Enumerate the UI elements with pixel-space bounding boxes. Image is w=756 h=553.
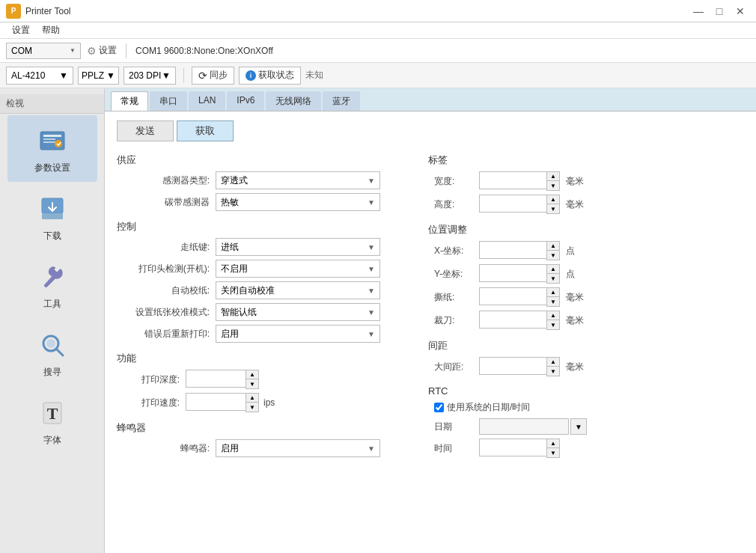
cutter-up[interactable]: ▲ (547, 311, 559, 320)
left-column: 供应 感测器类型: 穿透式 ▼ 碳带感测器 (117, 153, 416, 467)
sidebar-item-search[interactable]: 搜寻 (7, 320, 97, 386)
buzzer-arrow: ▼ (368, 444, 375, 453)
paper-feed-label: 走纸键: (126, 241, 216, 254)
settings-button[interactable]: ⚙ 设置 (87, 44, 117, 57)
toolbar2: AL-4210 ▼ PPLZ ▼ 203 DPI ▼ ⟳ 同步 i 获取状态 未… (0, 63, 756, 88)
cutter-spinner[interactable]: 0.0 ▲ ▼ (479, 311, 560, 330)
print-depth-spinner[interactable]: 15 ▲ ▼ (186, 370, 259, 389)
time-input[interactable]: 11:02 (479, 439, 546, 456)
lh-up[interactable]: ▲ (547, 195, 559, 204)
date-field: 2020/05/04 ▼ (479, 418, 744, 435)
max-gap-spinner[interactable]: 0.0 ▲ ▼ (479, 357, 560, 376)
tab-lan[interactable]: LAN (189, 91, 225, 111)
tear-down[interactable]: ▼ (547, 297, 559, 306)
label-width-row: 宽度: 101.6 ▲ ▼ 毫米 (428, 171, 744, 191)
tear-input[interactable]: 0.0 (479, 287, 546, 305)
time-up[interactable]: ▲ (547, 439, 559, 448)
print-depth-input[interactable]: 15 (186, 370, 246, 388)
menu-help[interactable]: 帮助 (36, 22, 66, 38)
lh-down[interactable]: ▼ (547, 204, 559, 213)
tear-spinner[interactable]: 0.0 ▲ ▼ (479, 287, 560, 307)
y-coord-spinner[interactable]: 0 ▲ ▼ (479, 264, 560, 284)
print-speed-input[interactable]: 6 (186, 393, 246, 411)
print-depth-up[interactable]: ▲ (246, 370, 258, 379)
time-spinner[interactable]: 11:02 ▲ ▼ (479, 439, 560, 458)
maximize-button[interactable]: □ (710, 4, 729, 19)
sidebar-header: 检视 (0, 94, 104, 114)
mg-up[interactable]: ▲ (547, 358, 559, 367)
date-calendar-button[interactable]: ▼ (570, 418, 587, 435)
tab-bt[interactable]: 蓝牙 (323, 91, 360, 111)
close-button[interactable]: ✕ (731, 4, 750, 19)
label-width-spinner[interactable]: 101.6 ▲ ▼ (479, 171, 560, 191)
sidebar-item-tools[interactable]: 工具 (7, 251, 97, 318)
ribbon-sensor-dropdown[interactable]: 热敏 ▼ (216, 193, 380, 211)
paper-calib-mode-value: 智能认纸 (221, 306, 257, 319)
y-coord-row: Y-坐标: 0 ▲ ▼ 点 (428, 264, 744, 284)
max-gap-input[interactable]: 0.0 (479, 357, 546, 375)
toolbar1: COM ▼ ⚙ 设置 COM1 9600:8:None:One:XOnXOff (0, 39, 756, 63)
sync-button[interactable]: ⟳ 同步 (192, 67, 234, 85)
minimize-button[interactable]: — (689, 4, 708, 19)
sensor-type-dropdown[interactable]: 穿透式 ▼ (216, 171, 380, 189)
auto-calib-control: 关闭自动校准 ▼ (216, 281, 416, 299)
head-detect-arrow: ▼ (368, 265, 375, 273)
com-dropdown[interactable]: COM ▼ (6, 43, 81, 59)
position-title: 位置调整 (428, 223, 744, 236)
print-depth-down[interactable]: ▼ (246, 379, 258, 388)
paper-feed-dropdown[interactable]: 进纸 ▼ (216, 238, 380, 256)
head-detect-dropdown[interactable]: 不启用 ▼ (216, 260, 380, 278)
printer-model-dropdown[interactable]: AL-4210 ▼ (6, 67, 73, 85)
tab-ipv6[interactable]: IPv6 (227, 91, 264, 111)
port-info: COM1 9600:8:None:One:XOnXOff (135, 46, 273, 56)
sidebar-item-download[interactable]: 下载 (7, 183, 97, 250)
get-status-button[interactable]: i 获取状态 (239, 67, 301, 85)
label-height-spinner[interactable]: 10.0 ▲ ▼ (479, 195, 560, 214)
yc-up[interactable]: ▲ (547, 265, 559, 274)
tear-up[interactable]: ▲ (547, 288, 559, 297)
x-coord-spinner[interactable]: 0 ▲ ▼ (479, 241, 560, 260)
dpi-dropdown[interactable]: 203 DPI ▼ (124, 67, 176, 85)
xc-up[interactable]: ▲ (547, 242, 559, 251)
print-speed-unit: ips (263, 397, 275, 408)
reprint-error-dropdown[interactable]: 启用 ▼ (216, 325, 380, 343)
receive-button[interactable]: 获取 (177, 120, 234, 141)
y-coord-input[interactable]: 0 (479, 264, 546, 282)
tab-serial[interactable]: 串口 (150, 91, 187, 111)
lw-down[interactable]: ▼ (547, 181, 559, 190)
lw-up[interactable]: ▲ (547, 172, 559, 181)
menu-settings[interactable]: 设置 (6, 22, 36, 38)
label-width-input[interactable]: 101.6 (479, 171, 546, 189)
tear-unit: 毫米 (566, 291, 584, 304)
x-coord-field: 0 ▲ ▼ 点 (479, 241, 744, 260)
xc-down[interactable]: ▼ (547, 251, 559, 260)
use-system-time-checkbox[interactable] (434, 403, 444, 412)
cutter-input[interactable]: 0.0 (479, 311, 546, 329)
print-speed-spinner[interactable]: 6 ▲ ▼ (186, 393, 259, 412)
date-input[interactable]: 2020/05/04 (479, 418, 569, 435)
print-speed-up[interactable]: ▲ (246, 394, 258, 403)
tab-normal[interactable]: 常规 (111, 91, 148, 111)
sidebar-item-font[interactable]: T 字体 (7, 388, 97, 454)
control-title: 控制 (117, 220, 416, 233)
label-height-input[interactable]: 10.0 (479, 195, 546, 213)
buzzer-dropdown[interactable]: 启用 ▼ (216, 439, 380, 457)
tab-wifi[interactable]: 无线网络 (266, 91, 321, 111)
send-button[interactable]: 发送 (117, 120, 174, 141)
com-label: COM (11, 46, 32, 56)
x-coord-input[interactable]: 0 (479, 241, 546, 259)
paper-calib-mode-dropdown[interactable]: 智能认纸 ▼ (216, 303, 380, 321)
print-speed-down[interactable]: ▼ (246, 403, 258, 412)
yc-down[interactable]: ▼ (547, 274, 559, 283)
cutter-down[interactable]: ▼ (547, 320, 559, 329)
buzzer-value: 启用 (221, 442, 239, 455)
supply-section: 供应 感测器类型: 穿透式 ▼ 碳带感测器 (117, 153, 416, 211)
mg-down[interactable]: ▼ (547, 367, 559, 376)
time-down[interactable]: ▼ (547, 448, 559, 457)
pplz-dropdown[interactable]: PPLZ ▼ (78, 67, 119, 85)
label-width-unit: 毫米 (566, 175, 584, 188)
auto-calib-dropdown[interactable]: 关闭自动校准 ▼ (216, 281, 380, 299)
gap-title: 间距 (428, 339, 744, 352)
label-width-label: 宽度: (434, 175, 479, 188)
sidebar-item-params[interactable]: 参数设置 (7, 115, 97, 182)
